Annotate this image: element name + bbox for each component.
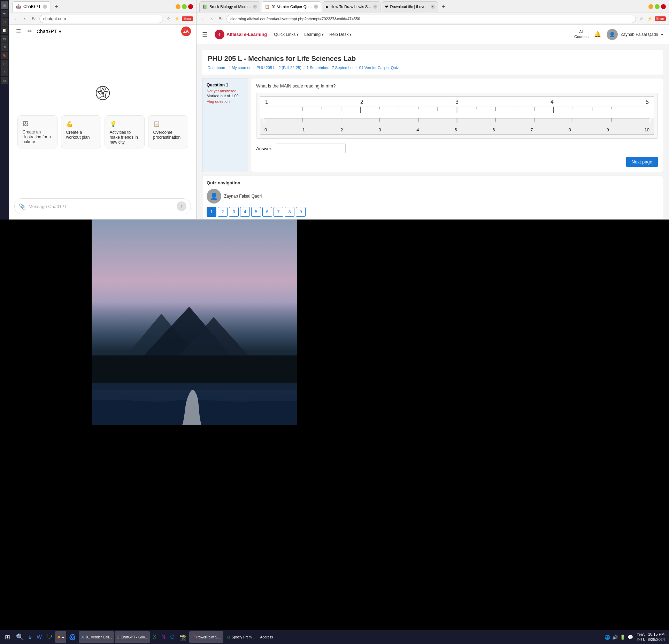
chatgpt-user-avatar[interactable]: ZA [181,26,191,36]
taskbar-edge[interactable]: e [26,631,34,643]
nav-btn-3[interactable]: 3 [229,207,239,217]
elearning-forward[interactable]: › [208,15,215,22]
flag-question[interactable]: Flag question [207,99,243,104]
edit-button[interactable]: ✏ [25,27,34,36]
taskbar-chrome[interactable]: 🌀 [67,631,78,643]
tab2-close[interactable]: × [314,5,318,9]
sidebar-icon-5[interactable]: 🎮 [1,35,8,43]
maximize-button[interactable] [182,4,187,9]
sidebar-icon-4[interactable]: 📝 [1,26,8,34]
nav-btn-7[interactable]: 7 [274,207,283,217]
notification-bell[interactable]: 🔔 [594,31,601,38]
taskbar-clock[interactable]: 10:15 PM 8/28/2024 [648,632,665,643]
tray-network[interactable]: 🌐 [604,631,611,643]
elearning-error-badge[interactable]: Error [655,16,666,21]
sidebar-icon-6[interactable]: ⚙ [1,43,8,51]
nav-btn-1[interactable]: 1 [207,207,216,217]
start-button[interactable]: ⊞ [1,631,13,643]
taskbar-powerpoint[interactable]: P PowerPoint Sl... [189,631,223,643]
sidebar-icon-10[interactable]: M [1,77,8,84]
taskbar-security[interactable]: 🛡 [45,631,54,643]
elearning-tab-1[interactable]: 📗 Brock Biology of Micro... × [199,1,260,12]
chatgpt-tab[interactable]: 🤖 ChatGPT × [12,1,51,12]
suggestion-card-3[interactable]: 💡 Activities to make friends in new city [105,115,145,148]
elearning-bookmark[interactable]: ☆ [638,15,645,22]
minimize-button[interactable] [176,4,180,9]
breadcrumb-quiz[interactable]: 01 Vernier Caliper Quiz [359,66,399,70]
tray-battery[interactable]: 🔋 [619,631,626,643]
alfaisal-logo[interactable]: e Alfaisal e-Learning [215,30,267,39]
message-input-placeholder[interactable]: Message ChatGPT [29,204,174,209]
tab4-close[interactable]: × [431,5,435,9]
sidebar-icon-2[interactable]: 📷 [1,10,8,17]
taskbar-word[interactable]: W [34,631,44,643]
suggestion-card-4[interactable]: 📋 Overcome procrastination [148,115,188,148]
elearning-new-tab[interactable]: + [439,2,448,11]
nav-btn-2[interactable]: 2 [218,207,228,217]
sidebar-icon-8[interactable]: R [1,60,8,68]
nav-btn-9[interactable]: 9 [296,207,306,217]
breadcrumb-phu[interactable]: PHU 205 L - 2 (Fall 24-25) [256,66,301,70]
extensions-button[interactable]: ⚡ [174,15,180,22]
close-button[interactable] [188,4,193,9]
language-indicator[interactable]: ENG INTL [635,633,646,641]
message-input-container[interactable]: 📎 Message ChatGPT ↑ [14,198,191,214]
elearning-tab-3[interactable]: ▶ How To Draw Lewis S... × [323,1,380,12]
elearning-extensions[interactable]: ⚡ [646,15,653,22]
sidebar-icon-9[interactable]: F [1,68,8,76]
taskbar-photos[interactable]: 📸 [177,631,189,643]
address-bar[interactable]: chatgpt.com [39,15,163,23]
taskbar-excel[interactable]: X [151,631,159,643]
bookmark-button[interactable]: ☆ [165,15,172,22]
back-button[interactable]: ‹ [12,15,19,22]
elearning-refresh[interactable]: ↻ [217,15,224,22]
elearning-maximize[interactable] [655,4,660,9]
search-button[interactable]: 🔍 [14,631,26,643]
chatgpt-logo[interactable]: ChatGPT ▾ [37,29,61,34]
taskbar-app1[interactable]: ● ● [55,631,66,643]
all-courses[interactable]: AllCourses [574,30,589,39]
nav-btn-5[interactable]: 5 [251,207,261,217]
sidebar-icon-1[interactable]: ▣ [1,1,8,9]
sidebar-toggle-button[interactable]: ☰ [14,27,23,36]
nav-btn-4[interactable]: 4 [240,207,250,217]
suggestion-card-2[interactable]: 💪 Create a workout plan [61,115,101,148]
error-badge[interactable]: Error [182,16,193,21]
breadcrumb-mycourses[interactable]: My courses [232,66,251,70]
taskbar-outlook[interactable]: O [168,631,176,643]
sidebar-icon-3[interactable]: 🎵 [1,18,8,26]
elearning-minimize[interactable] [648,4,653,9]
refresh-button[interactable]: ↻ [30,15,37,22]
send-button[interactable]: ↑ [177,201,186,211]
taskbar-onenote[interactable]: N [159,631,168,643]
nav-btn-6[interactable]: 6 [262,207,272,217]
taskbar-address[interactable]: Address [258,631,275,643]
answer-input[interactable] [276,144,346,153]
suggestion-card-1[interactable]: 🖼 Create an illustration for a bakery [17,115,57,148]
tab1-close[interactable]: × [253,5,257,9]
breadcrumb-dates[interactable]: 1 September - 7 September [307,66,354,70]
learning-nav[interactable]: Learning ▾ [304,32,324,37]
next-page-button[interactable]: Next page [626,157,658,167]
elearning-back[interactable]: ‹ [199,15,206,22]
nav-btn-8[interactable]: 8 [285,207,294,217]
breadcrumb-dashboard[interactable]: Dashboard [208,66,226,70]
chatgpt-tab-close[interactable]: × [43,5,47,9]
taskbar-vernier[interactable]: 01 01 Vernier Call... [79,631,114,643]
tray-action-center[interactable]: 💬 [627,631,634,643]
hamburger-menu[interactable]: ☰ [202,31,208,38]
quick-links[interactable]: Quick Links ▾ [274,32,299,37]
attach-button[interactable]: 📎 [19,203,26,210]
tab3-close[interactable]: × [373,5,377,9]
taskbar-chatgpt[interactable]: G ChatGPT - Goo... [115,631,150,643]
elearning-tab-4[interactable]: ❤ Download file | iLove... × [382,1,438,12]
help-desk[interactable]: Help Desk ▾ [329,32,352,37]
elearning-tab-2[interactable]: 📋 01 Vernier Caliper Qu... × [262,1,321,12]
taskbar-spotify[interactable]: ♫ Spotify Premi... [224,631,257,643]
tray-sound[interactable]: 🔊 [612,631,618,643]
forward-button[interactable]: › [21,15,28,22]
new-tab-button[interactable]: + [52,2,61,11]
elearning-address-bar[interactable]: elearning.alfaisal.edu/mod/quiz/attempt.… [226,15,636,23]
user-info[interactable]: 👤 Zaynab Faisal Qadri ▾ [607,29,663,40]
elearning-close[interactable] [661,4,666,9]
